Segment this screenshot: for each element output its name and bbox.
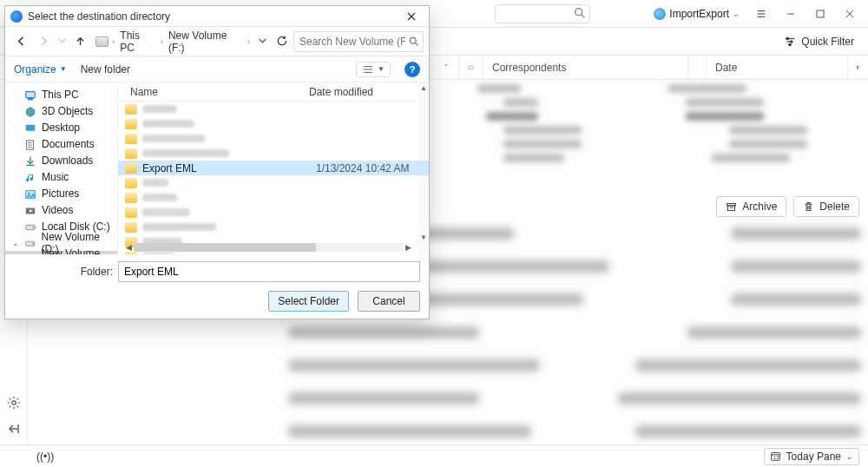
- view-mode-button[interactable]: ▼: [356, 62, 391, 77]
- scroll-left-icon[interactable]: ◀: [123, 242, 134, 253]
- file-row[interactable]: [118, 175, 429, 190]
- nav-up-button[interactable]: [69, 31, 90, 52]
- new-folder-button[interactable]: New folder: [81, 63, 130, 76]
- dialog-close-button[interactable]: [399, 8, 424, 25]
- help-button[interactable]: ?: [404, 62, 420, 77]
- folder-search-input[interactable]: [293, 31, 424, 52]
- tree-item[interactable]: Documents: [5, 135, 117, 152]
- file-name-blurred: [142, 149, 229, 157]
- svg-rect-39: [26, 91, 36, 97]
- settings-icon[interactable]: [7, 396, 21, 410]
- import-export-button[interactable]: ImportExport ⌄: [648, 6, 745, 22]
- tree-item[interactable]: 3D Objects: [5, 102, 117, 119]
- status-left: ((•)): [36, 451, 54, 463]
- archive-button[interactable]: Archive: [716, 196, 786, 217]
- close-button[interactable]: [837, 2, 863, 26]
- folder-icon: [125, 134, 137, 144]
- app-icon: [10, 10, 23, 23]
- today-pane-button[interactable]: 13 Today Pane ⌄: [764, 448, 859, 465]
- organize-button[interactable]: Organize ▼: [14, 63, 67, 76]
- maximize-button[interactable]: [807, 2, 833, 26]
- file-name-blurred: [142, 135, 205, 142]
- folder-icon: [125, 178, 137, 188]
- statusbar: ((•)) 13 Today Pane ⌄: [0, 444, 868, 467]
- tree-item-label: Music: [42, 171, 69, 183]
- horizontal-scrollbar[interactable]: ◀ ▶: [123, 242, 413, 253]
- file-panel: ▲ ▼ Name Date modified Export EML1/13/20…: [118, 82, 429, 254]
- minimize-button[interactable]: [778, 2, 804, 26]
- folder-tree[interactable]: This PC3D ObjectsDesktopDocumentsDownloa…: [5, 82, 118, 254]
- col-config-button[interactable]: [847, 56, 868, 79]
- cancel-button[interactable]: Cancel: [358, 291, 420, 312]
- chevron-right-icon: ›: [161, 37, 163, 46]
- tree-item[interactable]: Videos: [5, 201, 117, 218]
- crumb-this-pc[interactable]: This PC: [118, 30, 157, 54]
- folder-name-input[interactable]: [118, 261, 420, 282]
- refresh-button[interactable]: [271, 31, 292, 52]
- expand-icon[interactable]: ⌄: [12, 239, 19, 247]
- chevron-right-icon: ›: [112, 37, 115, 46]
- file-row[interactable]: [118, 146, 429, 161]
- disk-icon: [24, 254, 36, 255]
- doc-icon: [24, 139, 36, 149]
- nav-recent-button[interactable]: [56, 31, 68, 52]
- tree-item-label: 3D Objects: [42, 105, 93, 117]
- file-row[interactable]: [118, 116, 429, 131]
- svg-rect-18: [857, 68, 858, 69]
- drive-icon: [95, 36, 108, 47]
- today-pane-label: Today Pane: [786, 451, 841, 463]
- file-name-blurred: [142, 179, 168, 187]
- col-date[interactable]: Date: [706, 56, 847, 79]
- 3d-icon: [24, 106, 36, 116]
- folder-picker-dialog: Select the destination directory › This …: [4, 5, 430, 319]
- col-indicator[interactable]: [687, 56, 706, 79]
- col-sort-toggle[interactable]: ˄: [434, 56, 458, 79]
- scroll-up-icon[interactable]: ▲: [418, 82, 429, 93]
- tree-item[interactable]: Pictures: [5, 185, 117, 201]
- search-icon: [408, 36, 419, 47]
- breadcrumb-dropdown[interactable]: [255, 31, 269, 52]
- svg-point-0: [575, 8, 582, 15]
- file-name-blurred: [142, 253, 175, 254]
- svg-line-1: [582, 14, 584, 16]
- file-row[interactable]: [118, 131, 429, 146]
- scrollbar-thumb[interactable]: [134, 243, 316, 252]
- delete-button[interactable]: Delete: [793, 196, 859, 217]
- col-date-label: Date: [715, 62, 737, 74]
- nav-back-button[interactable]: [10, 31, 31, 52]
- breadcrumb[interactable]: › This PC › New Volume (F:) ›: [92, 30, 253, 53]
- hamburger-button[interactable]: [748, 2, 774, 26]
- header-name[interactable]: Name: [118, 86, 309, 98]
- file-list[interactable]: Export EML1/13/2024 10:42 AM ◀ ▶: [118, 102, 429, 254]
- archive-label: Archive: [742, 201, 777, 213]
- disk-icon: [24, 238, 36, 248]
- file-list-header: Name Date modified: [118, 82, 429, 102]
- tree-item[interactable]: Desktop: [5, 119, 117, 135]
- collapse-icon[interactable]: [7, 422, 21, 436]
- chevron-down-icon: ▼: [60, 65, 67, 73]
- music-icon: [24, 172, 36, 182]
- file-row[interactable]: [118, 102, 429, 116]
- col-correspondents[interactable]: Correspondents: [483, 56, 687, 79]
- tree-item[interactable]: This PC: [5, 86, 117, 102]
- header-date[interactable]: Date modified: [309, 86, 429, 98]
- scroll-right-icon[interactable]: ▶: [403, 242, 413, 253]
- svg-rect-41: [26, 124, 36, 130]
- tree-item[interactable]: Downloads: [5, 152, 117, 168]
- file-name-blurred: [142, 208, 190, 216]
- file-row[interactable]: [118, 205, 429, 220]
- svg-point-53: [33, 227, 34, 227]
- file-row[interactable]: Export EML1/13/2024 10:42 AM: [118, 161, 429, 175]
- tree-item[interactable]: Music: [5, 168, 117, 185]
- tree-item[interactable]: ⌄New Volume (F:): [5, 251, 117, 254]
- file-row[interactable]: [118, 190, 429, 205]
- nav-forward-button[interactable]: [33, 31, 54, 52]
- crumb-volume[interactable]: New Volume (F:): [167, 30, 244, 54]
- dialog-title: Select the destination directory: [28, 10, 394, 23]
- file-row[interactable]: [118, 220, 429, 234]
- col-thread-icon[interactable]: [458, 56, 483, 79]
- quick-filter-button[interactable]: Quick Filter: [777, 34, 861, 49]
- folder-icon: [125, 148, 137, 159]
- tree-item-label: Pictures: [42, 187, 79, 200]
- select-folder-button[interactable]: Select Folder: [268, 291, 349, 312]
